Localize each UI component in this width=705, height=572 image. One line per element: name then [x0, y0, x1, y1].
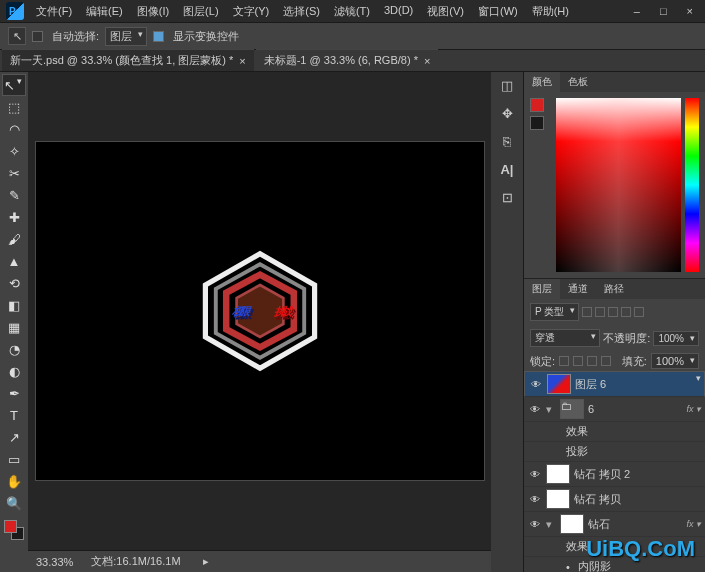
panel-icon-swatches[interactable]: ⊡ [498, 188, 516, 206]
menu-filter[interactable]: 滤镜(T) [328, 1, 376, 22]
layer-effect-item[interactable]: 效果 [524, 422, 705, 442]
color-swatch[interactable] [4, 520, 24, 540]
panel-icon-paragraph[interactable]: ⎘ [498, 132, 516, 150]
brush-tool[interactable]: 🖌 [2, 228, 26, 250]
fx-badge[interactable]: fx ▾ [686, 519, 701, 529]
paths-tab[interactable]: 路径 [596, 279, 632, 299]
layer-name[interactable]: 图层 6 [575, 377, 700, 392]
options-bar: ↖ 自动选择: 图层 显示变换控件 [0, 22, 705, 50]
menu-view[interactable]: 视图(V) [421, 1, 470, 22]
autoselect-checkbox[interactable] [32, 31, 43, 42]
color-tab[interactable]: 颜色 [524, 72, 560, 92]
menu-window[interactable]: 窗口(W) [472, 1, 524, 22]
close-icon[interactable]: × [239, 55, 245, 67]
lock-move-icon[interactable] [587, 356, 597, 366]
lock-paint-icon[interactable] [573, 356, 583, 366]
autoselect-label: 自动选择: [52, 29, 99, 44]
autoselect-target-select[interactable]: 图层 [105, 27, 147, 46]
menu-help[interactable]: 帮助(H) [526, 1, 575, 22]
filter-icon[interactable] [595, 307, 605, 317]
layer-name[interactable]: 钻石 拷贝 2 [574, 467, 701, 482]
layer-effect-item[interactable]: 投影 [524, 442, 705, 462]
mini-fg[interactable] [530, 98, 544, 112]
layer-row[interactable]: 👁钻石 拷贝 2 [524, 462, 705, 487]
wand-tool[interactable]: ✧ [2, 140, 26, 162]
lock-transparency-icon[interactable] [559, 356, 569, 366]
crop-tool[interactable]: ✂ [2, 162, 26, 184]
lasso-tool[interactable]: ◠ [2, 118, 26, 140]
menu-file[interactable]: 文件(F) [30, 1, 78, 22]
status-bar: 33.33% 文档:16.1M/16.1M ▸ [28, 550, 491, 572]
swatches-tab[interactable]: 色板 [560, 72, 596, 92]
visibility-icon[interactable]: 👁 [528, 402, 542, 416]
lock-all-icon[interactable] [601, 356, 611, 366]
fx-badge[interactable]: fx ▾ [686, 404, 701, 414]
menu-layer[interactable]: 图层(L) [177, 1, 224, 22]
pen-tool[interactable]: ✒ [2, 382, 26, 404]
menu-type[interactable]: 文字(Y) [227, 1, 276, 22]
document: 极限 挑战 [35, 141, 485, 481]
canvas-wrapper: 极限 挑战 33.33% 文档:16.1M/16.1M ▸ [28, 72, 491, 572]
close-icon[interactable]: × [424, 55, 430, 67]
layer-name[interactable]: 钻石 [588, 517, 682, 532]
marquee-tool[interactable]: ⬚ [2, 96, 26, 118]
minimize-button[interactable]: – [628, 3, 646, 19]
show-transform-checkbox[interactable] [153, 31, 164, 42]
menu-select[interactable]: 选择(S) [277, 1, 326, 22]
filter-icon[interactable] [634, 307, 644, 317]
move-tool[interactable]: ↖ [2, 74, 26, 96]
layer-name[interactable]: 钻石 拷贝 [574, 492, 701, 507]
layer-name[interactable]: 6 [588, 403, 682, 415]
eraser-tool[interactable]: ◧ [2, 294, 26, 316]
visibility-icon[interactable]: 👁 [529, 377, 543, 391]
layer-row[interactable]: 👁图层 6 [524, 371, 705, 397]
hue-slider[interactable] [685, 98, 699, 272]
panel-icon-character[interactable]: ✥ [498, 104, 516, 122]
layer-row[interactable]: 👁钻石 拷贝 [524, 487, 705, 512]
expand-icon[interactable]: ▾ [546, 518, 556, 531]
fill-input[interactable]: 100% [651, 353, 699, 369]
doc-tab-2[interactable]: 未标题-1 @ 33.3% (6, RGB/8) *× [256, 49, 439, 71]
doc-tab-1[interactable]: 新一天.psd @ 33.3% (颜色查找 1, 图层蒙板) *× [2, 49, 254, 71]
history-brush-tool[interactable]: ⟲ [2, 272, 26, 294]
visibility-icon[interactable]: 👁 [528, 467, 542, 481]
blur-tool[interactable]: ◔ [2, 338, 26, 360]
panel-icon-histogram[interactable]: ◫ [498, 76, 516, 94]
mini-bg[interactable] [530, 116, 544, 130]
zoom-level[interactable]: 33.33% [36, 556, 73, 568]
layer-filter-select[interactable]: P 类型 [530, 303, 579, 321]
filter-icon[interactable] [582, 307, 592, 317]
layer-thumb [546, 489, 570, 509]
hand-tool[interactable]: ✋ [2, 470, 26, 492]
layer-row[interactable]: 👁▾钻石fx ▾ [524, 512, 705, 537]
layer-row[interactable]: 👁▾🗀6fx ▾ [524, 397, 705, 422]
channels-tab[interactable]: 通道 [560, 279, 596, 299]
menu-image[interactable]: 图像(I) [131, 1, 175, 22]
type-tool[interactable]: T [2, 404, 26, 426]
canvas[interactable]: 极限 挑战 [28, 72, 491, 550]
blend-mode-select[interactable]: 穿透 [530, 329, 600, 347]
foreground-color[interactable] [4, 520, 17, 533]
dodge-tool[interactable]: ◐ [2, 360, 26, 382]
maximize-button[interactable]: □ [654, 3, 673, 19]
heal-tool[interactable]: ✚ [2, 206, 26, 228]
panel-icon-type[interactable]: A| [498, 160, 516, 178]
layers-tab[interactable]: 图层 [524, 279, 560, 299]
menu-edit[interactable]: 编辑(E) [80, 1, 129, 22]
visibility-icon[interactable]: 👁 [528, 492, 542, 506]
stamp-tool[interactable]: ▲ [2, 250, 26, 272]
path-tool[interactable]: ↗ [2, 426, 26, 448]
color-field[interactable] [556, 98, 681, 272]
filter-icon[interactable] [608, 307, 618, 317]
filter-icon[interactable] [621, 307, 631, 317]
move-tool-icon[interactable]: ↖ [8, 27, 26, 45]
zoom-tool[interactable]: 🔍 [2, 492, 26, 514]
opacity-input[interactable]: 100% [653, 331, 699, 346]
visibility-icon[interactable]: 👁 [528, 517, 542, 531]
close-button[interactable]: × [681, 3, 699, 19]
eyedropper-tool[interactable]: ✎ [2, 184, 26, 206]
menu-3d[interactable]: 3D(D) [378, 1, 419, 22]
expand-icon[interactable]: ▾ [546, 403, 556, 416]
shape-tool[interactable]: ▭ [2, 448, 26, 470]
gradient-tool[interactable]: ▦ [2, 316, 26, 338]
